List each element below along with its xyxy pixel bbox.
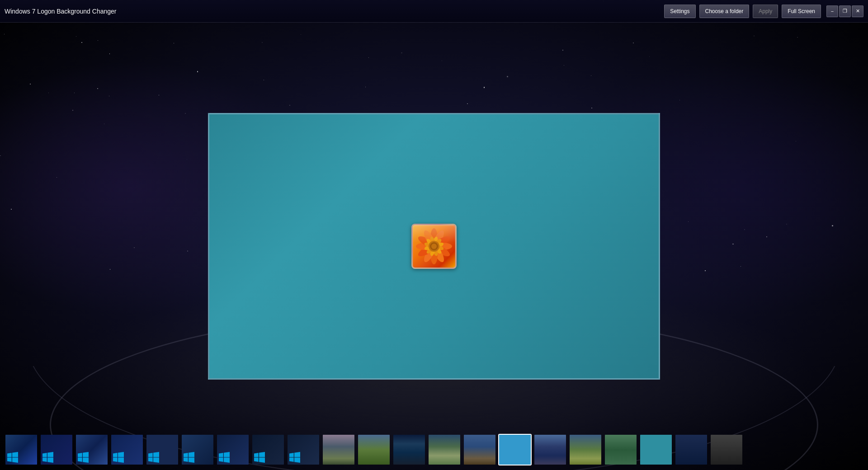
thumbnail-bg (288, 435, 319, 465)
thumbnail-item[interactable] (75, 434, 108, 465)
center-app-icon (411, 224, 457, 269)
thumbnail-strip (0, 366, 868, 470)
thumbnail-bg (640, 435, 672, 465)
windows-logo-icon (184, 452, 194, 463)
windows-logo-icon (113, 452, 124, 463)
app-window: Windows 7 Logon Background Changer Setti… (0, 0, 868, 470)
windows-logo-icon (289, 452, 300, 463)
thumbnail-bg (41, 435, 72, 465)
thumbnail-item[interactable] (322, 434, 355, 465)
thumbnail-item[interactable] (5, 434, 38, 465)
thumbnail-bg (217, 435, 249, 465)
choose-folder-button[interactable]: Choose a folder (699, 5, 750, 18)
restore-button[interactable]: ❐ (839, 5, 851, 17)
thumbnail-bg (146, 435, 178, 465)
windows-logo-icon (42, 452, 53, 463)
thumbnail-bg (76, 435, 108, 465)
thumbnail-item[interactable] (639, 434, 673, 465)
thumbnail-bg (675, 435, 707, 465)
thumbnail-item[interactable] (146, 434, 179, 465)
thumbnail-bg (111, 435, 143, 465)
thumbnail-item[interactable] (498, 434, 532, 465)
thumbnail-item[interactable] (463, 434, 496, 465)
thumbnail-item[interactable] (604, 434, 637, 465)
thumbnail-item[interactable] (392, 434, 426, 465)
thumbnail-bg (534, 435, 566, 465)
flower-icon (416, 228, 452, 264)
title-bar: Windows 7 Logon Background Changer Setti… (0, 0, 868, 23)
thumbnail-bg (5, 435, 37, 465)
thumbnail-item[interactable] (251, 434, 285, 465)
thumbnail-bg (464, 435, 495, 465)
settings-button[interactable]: Settings (664, 5, 695, 18)
thumbnails-row (0, 434, 868, 465)
thumbnail-bg (393, 435, 425, 465)
windows-logo-icon (148, 452, 159, 463)
thumbnail-item[interactable] (675, 434, 708, 465)
windows-logo-icon (7, 452, 18, 463)
thumbnail-item[interactable] (40, 434, 73, 465)
apply-button[interactable]: Apply (753, 5, 778, 18)
thumbnail-item[interactable] (181, 434, 214, 465)
svg-point-26 (431, 244, 437, 249)
thumbnail-bg (499, 435, 531, 465)
thumbnail-bg (323, 435, 354, 465)
thumbnail-item[interactable] (710, 434, 743, 465)
thumbnail-item[interactable] (357, 434, 391, 465)
windows-logo-icon (78, 452, 89, 463)
thumbnail-item[interactable] (569, 434, 602, 465)
thumbnail-item[interactable] (428, 434, 461, 465)
close-button[interactable]: ✕ (852, 5, 863, 17)
preview-container (208, 113, 660, 380)
thumbnail-bg (605, 435, 637, 465)
thumbnail-bg (711, 435, 742, 465)
windows-logo-icon (219, 452, 230, 463)
thumbnail-bg (570, 435, 601, 465)
app-title: Windows 7 Logon Background Changer (5, 8, 660, 15)
thumbnail-bg (358, 435, 390, 465)
thumbnail-bg (182, 435, 213, 465)
window-controls: − ❐ ✕ (826, 5, 863, 17)
full-screen-button[interactable]: Full Screen (782, 5, 821, 18)
thumbnail-item[interactable] (533, 434, 567, 465)
thumbnail-bg (429, 435, 460, 465)
preview-screen (208, 113, 660, 380)
windows-logo-icon (254, 452, 265, 463)
thumbnail-item[interactable] (216, 434, 250, 465)
thumbnail-bg (252, 435, 284, 465)
minimize-button[interactable]: − (826, 5, 838, 17)
app-icon-frame (411, 224, 457, 269)
thumbnail-item[interactable] (110, 434, 144, 465)
thumbnail-item[interactable] (287, 434, 320, 465)
